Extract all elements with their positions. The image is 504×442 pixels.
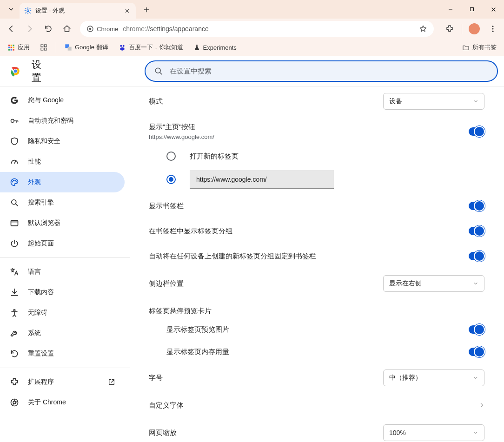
- settings-sidebar: 您与 Google 自动填充和密码 隐私和安全 性能 外观 搜索引擎: [0, 86, 130, 442]
- translate-icon: [9, 267, 20, 277]
- sidebar-item-reset[interactable]: 重置设置: [0, 343, 125, 364]
- bookmark-baidu[interactable]: 百度一下，你就知道: [115, 41, 187, 53]
- radio-custom-url[interactable]: [166, 175, 176, 184]
- sidebar-item-accessibility[interactable]: 无障碍: [0, 303, 125, 323]
- bookmark-apps[interactable]: 应用: [4, 41, 33, 53]
- home-url-input[interactable]: https://www.google.com/: [190, 170, 334, 189]
- nav-forward-button[interactable]: [21, 20, 38, 37]
- svg-rect-15: [13, 49, 14, 50]
- settings-header: 设置: [0, 56, 504, 86]
- sidebar-item-about[interactable]: 关于 Chrome: [0, 392, 125, 413]
- row-custom-fonts[interactable]: 自定义字体: [139, 393, 495, 418]
- bookmark-experiments[interactable]: Experiments: [190, 42, 240, 53]
- accessibility-icon: [9, 308, 20, 318]
- chip-label: Chrome: [97, 26, 118, 33]
- svg-rect-10: [8, 47, 10, 48]
- browser-tab-active[interactable]: 设置 - 外观: [20, 3, 136, 19]
- sidebar-item-downloads[interactable]: 下载内容: [0, 282, 125, 303]
- radio-newtab[interactable]: [166, 152, 176, 161]
- sidebar-item-you-and-google[interactable]: 您与 Google: [0, 90, 125, 111]
- settings-page: 设置 您与 Google 自动填充和密码 隐私和安全: [0, 56, 504, 442]
- close-window-button[interactable]: [483, 0, 504, 19]
- nav-back-button[interactable]: [3, 20, 20, 37]
- sidebar-item-system[interactable]: 系统: [0, 323, 125, 343]
- chevron-right-icon: [479, 402, 484, 408]
- sidebar-item-autofill[interactable]: 自动填充和密码: [0, 111, 125, 131]
- key-icon: [9, 116, 20, 126]
- toggle-bookmarks-bar[interactable]: [469, 202, 484, 210]
- row-home-label: 显示"主页"按钮: [149, 123, 214, 132]
- sidebar-item-performance[interactable]: 性能: [0, 152, 125, 172]
- tab-search-dropdown[interactable]: [5, 3, 18, 16]
- toggle-hover-memory[interactable]: [469, 348, 484, 356]
- extensions-icon[interactable]: [441, 20, 458, 37]
- home-button[interactable]: [59, 20, 75, 37]
- sidebar-item-search-engine[interactable]: 搜索引擎: [0, 192, 125, 213]
- select-page-zoom[interactable]: 100%: [383, 424, 484, 441]
- bookmark-star-icon[interactable]: [419, 25, 427, 33]
- minimize-button[interactable]: [440, 0, 461, 19]
- window-titlebar: 设置 - 外观: [0, 0, 504, 19]
- reset-icon: [9, 349, 20, 359]
- svg-point-23: [122, 45, 124, 47]
- power-icon: [9, 238, 20, 249]
- chevron-down-icon: [473, 99, 478, 104]
- row-mode-label: 模式: [149, 97, 163, 106]
- site-info-chip[interactable]: Chrome: [86, 25, 118, 33]
- bookmarks-bar: 应用 Google 翻译 百度一下，你就知道 Experiments 所有书签: [0, 39, 504, 56]
- row-page-zoom: 网页缩放 100%: [139, 418, 495, 442]
- speedometer-icon: [9, 157, 20, 167]
- sidebar-item-languages[interactable]: 语言: [0, 262, 125, 282]
- new-tab-button[interactable]: [139, 3, 153, 17]
- chevron-down-icon: [473, 375, 478, 381]
- download-icon: [9, 287, 20, 297]
- sidebar-item-privacy[interactable]: 隐私和安全: [0, 131, 125, 152]
- reload-button[interactable]: [40, 20, 57, 37]
- select-fontsize[interactable]: 中（推荐）: [383, 369, 484, 386]
- sidebar-item-extensions[interactable]: 扩展程序: [0, 372, 125, 392]
- row-sidepanel: 侧边栏位置 显示在右侧: [139, 269, 495, 298]
- toggle-autopin-groups[interactable]: [469, 252, 484, 260]
- palette-icon: [9, 177, 20, 187]
- google-g-icon: [9, 95, 20, 106]
- svg-rect-17: [44, 45, 46, 47]
- settings-search-input[interactable]: [169, 66, 489, 75]
- bookmark-google-translate[interactable]: Google 翻译: [61, 41, 112, 53]
- bookmark-all-bookmarks[interactable]: 所有书签: [458, 41, 500, 53]
- svg-point-6: [492, 31, 494, 32]
- sidebar-item-default-browser[interactable]: 默认浏览器: [0, 213, 125, 233]
- svg-point-5: [492, 28, 494, 30]
- sidebar-divider: [0, 257, 130, 258]
- svg-point-22: [120, 45, 122, 47]
- browser-menu-icon[interactable]: [484, 20, 501, 37]
- sidebar-item-on-startup[interactable]: 起始页面: [0, 233, 125, 254]
- sidebar-item-appearance[interactable]: 外观: [0, 172, 125, 192]
- bookmark-reading-list-icon[interactable]: [36, 42, 51, 53]
- gear-icon: [24, 7, 32, 14]
- row-home-button: 显示"主页"按钮 https://www.google.com/: [139, 116, 495, 147]
- close-tab-icon[interactable]: [123, 7, 131, 15]
- svg-rect-8: [11, 45, 12, 46]
- toggle-hover-preview[interactable]: [469, 325, 484, 334]
- svg-rect-12: [13, 47, 14, 48]
- row-autopin-groups: 自动将在任何设备上创建的新标签页分组固定到书签栏: [139, 244, 495, 269]
- profile-avatar-button[interactable]: [466, 20, 483, 37]
- settings-search-box[interactable]: [145, 60, 498, 82]
- shield-icon: [9, 136, 20, 146]
- toggle-tabgroups[interactable]: [469, 227, 484, 235]
- chevron-down-icon: [473, 281, 478, 286]
- select-mode[interactable]: 设备: [383, 93, 484, 110]
- search-icon: [154, 66, 163, 76]
- svg-rect-18: [41, 48, 43, 50]
- maximize-button[interactable]: [461, 0, 483, 19]
- sidebar-divider-2: [0, 368, 130, 368]
- select-sidepanel[interactable]: 显示在右侧: [383, 275, 484, 292]
- svg-rect-21: [68, 47, 72, 51]
- toggle-home-button[interactable]: [469, 127, 484, 136]
- svg-point-33: [16, 181, 17, 182]
- bookmark-divider: [56, 42, 56, 53]
- svg-rect-16: [41, 45, 43, 47]
- row-mode: 模式 设备: [139, 86, 495, 116]
- omnibox[interactable]: Chrome chrome://settings/appearance: [80, 21, 434, 37]
- svg-point-34: [12, 200, 16, 205]
